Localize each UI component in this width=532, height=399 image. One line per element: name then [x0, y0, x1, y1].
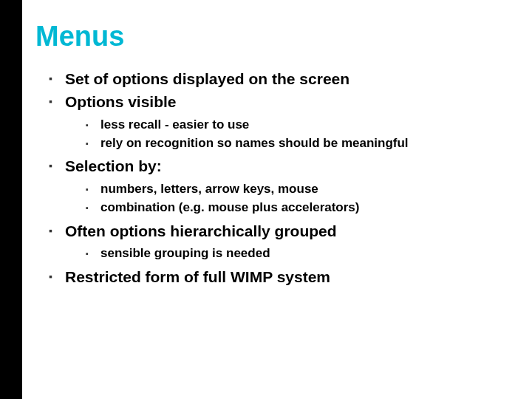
sub-bullet-text: sensible grouping is needed	[100, 246, 270, 260]
list-item: Set of options displayed on the screen	[49, 69, 510, 89]
sub-bullet-text: combination (e.g. mouse plus accelerator…	[100, 200, 359, 214]
sub-bullet-list: sensible grouping is needed	[65, 245, 510, 262]
left-sidebar	[0, 0, 22, 399]
sub-bullet-list: less recall - easier to use rely on reco…	[65, 117, 510, 152]
sub-list-item: sensible grouping is needed	[86, 245, 510, 262]
bullet-text: Set of options displayed on the screen	[65, 70, 349, 87]
sub-bullet-text: less recall - easier to use	[100, 117, 249, 132]
list-item: Selection by: numbers, letters, arrow ke…	[49, 156, 510, 216]
list-item: Often options hierarchically grouped sen…	[49, 221, 510, 262]
sub-list-item: combination (e.g. mouse plus accelerator…	[86, 200, 510, 216]
sub-bullet-list: numbers, letters, arrow keys, mouse comb…	[65, 181, 510, 216]
sub-bullet-text: numbers, letters, arrow keys, mouse	[100, 182, 318, 196]
list-item: Options visible less recall - easier to …	[49, 92, 510, 151]
sub-list-item: less recall - easier to use	[86, 117, 510, 134]
sub-bullet-text: rely on recognition so names should be m…	[100, 136, 409, 150]
sub-list-item: numbers, letters, arrow keys, mouse	[86, 181, 510, 198]
list-item: Restricted form of full WIMP system	[49, 267, 510, 287]
slide-content: Menus Set of options displayed on the sc…	[22, 0, 532, 399]
slide-title: Menus	[35, 21, 510, 52]
sub-list-item: rely on recognition so names should be m…	[86, 135, 510, 152]
bullet-list: Set of options displayed on the screen O…	[35, 69, 510, 287]
bullet-text: Restricted form of full WIMP system	[65, 268, 330, 285]
bullet-text: Often options hierarchically grouped	[65, 222, 337, 239]
bullet-text: Options visible	[65, 93, 177, 110]
bullet-text: Selection by:	[65, 157, 162, 174]
